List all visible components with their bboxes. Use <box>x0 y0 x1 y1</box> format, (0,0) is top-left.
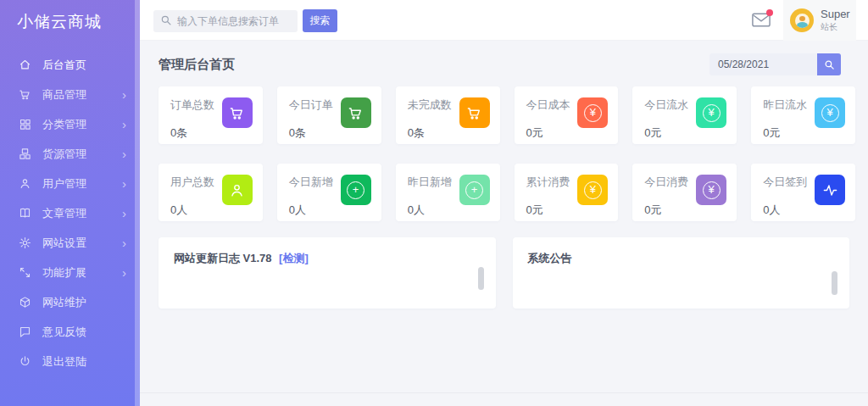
sidebar-item-logout[interactable]: 退出登陆 <box>0 347 140 376</box>
sidebar-item-label: 网站设置 <box>42 236 86 251</box>
yen-icon: ¥ <box>696 97 726 128</box>
sidebar-item-label: 退出登陆 <box>42 354 86 370</box>
user-role: 站长 <box>821 21 850 33</box>
scrollbar-thumb[interactable] <box>478 267 484 290</box>
user-menu[interactable]: Super 站长 <box>783 0 856 41</box>
chevron-right-icon: › <box>122 147 126 160</box>
stat-card-spend-total: 累计消费 0元 ¥ <box>515 164 619 221</box>
notification-dot <box>766 9 773 16</box>
gear-icon <box>19 236 31 249</box>
sidebar-item-label: 功能扩展 <box>42 265 86 281</box>
order-search: 搜索 <box>153 9 337 32</box>
mail-icon[interactable] <box>752 13 771 27</box>
power-icon <box>19 355 31 368</box>
sidebar-item-supply[interactable]: 货源管理 › <box>0 139 140 169</box>
sidebar-item-label: 网站维护 <box>42 295 86 310</box>
avatar <box>790 8 814 32</box>
stat-card-orders-today: 今日订单 0条 <box>277 86 381 144</box>
sidebar-item-label: 商品管理 <box>42 87 86 103</box>
date-filter <box>709 53 841 75</box>
check-update-link[interactable]: [检测] <box>279 252 309 264</box>
grid-icon <box>19 118 31 131</box>
sidebar-item-label: 后台首页 <box>42 58 86 73</box>
bottom-panels: 网站更新日志 V1.78 [检测] 系统公告 <box>140 221 868 309</box>
stats-grid: 订单总数 0条 今日订单 0条 未完成数 0条 今日成本 0元 ¥ <box>140 85 868 221</box>
stat-card-cost-today: 今日成本 0元 ¥ <box>515 86 619 144</box>
stat-card-signin-today: 今日签到 0人 <box>751 164 855 221</box>
stat-card-revenue-yesterday: 昨日流水 0元 ¥ <box>751 86 855 144</box>
chevron-right-icon: › <box>122 207 126 220</box>
sidebar-item-feedback[interactable]: 意见反馈 <box>0 317 140 347</box>
plus-circle-icon: + <box>341 175 371 205</box>
sidebar-item-label: 文章管理 <box>42 206 86 221</box>
yen-icon: ¥ <box>696 175 726 205</box>
cart-icon <box>222 97 253 128</box>
sidebar-item-label: 意见反馈 <box>42 325 86 340</box>
sidebar-item-articles[interactable]: 文章管理 › <box>0 198 140 228</box>
person-icon <box>222 175 253 205</box>
book-icon <box>19 207 31 220</box>
search-icon <box>824 59 835 70</box>
main-content: 管理后台首页 订单总数 0条 今日订单 0条 未完成数 <box>140 41 868 406</box>
announcement-title: 系统公告 <box>528 252 572 264</box>
announcement-panel: 系统公告 <box>513 237 850 309</box>
chevron-right-icon: › <box>122 118 126 131</box>
pulse-icon <box>815 175 845 205</box>
search-input[interactable] <box>153 10 298 32</box>
changelog-title: 网站更新日志 V1.78 <box>174 252 272 264</box>
sidebar-item-categories[interactable]: 分类管理 › <box>0 109 140 139</box>
date-input[interactable] <box>709 53 817 75</box>
chevron-right-icon: › <box>122 88 126 101</box>
sidebar-item-label: 用户管理 <box>42 176 86 192</box>
stat-card-orders-total: 订单总数 0条 <box>159 86 263 144</box>
user-name: Super <box>821 8 850 21</box>
expand-arrows-icon <box>19 266 31 279</box>
sidebar-item-extensions[interactable]: 功能扩展 › <box>0 258 140 287</box>
cube-icon <box>19 296 31 309</box>
stat-card-users-total: 用户总数 0人 <box>159 164 263 221</box>
cart-icon <box>19 88 31 101</box>
footer-divider <box>140 392 868 393</box>
scrollbar-thumb[interactable] <box>832 271 837 295</box>
plus-circle-icon: + <box>459 175 490 205</box>
page-title: 管理后台首页 <box>159 57 235 73</box>
search-icon <box>160 14 172 26</box>
stat-card-new-yesterday: 昨日新增 0人 + <box>396 164 500 221</box>
chevron-right-icon: › <box>122 177 126 190</box>
sidebar-item-label: 分类管理 <box>42 117 86 132</box>
sidebar-item-products[interactable]: 商品管理 › <box>0 80 140 109</box>
top-header: 搜索 Super 站长 <box>140 0 868 41</box>
stat-card-orders-unfinished: 未完成数 0条 <box>396 86 500 144</box>
app-title: 小储云商城 <box>0 0 140 33</box>
sidebar-item-maintenance[interactable]: 网站维护 <box>0 287 140 317</box>
chevron-right-icon: › <box>122 236 126 249</box>
search-button[interactable]: 搜索 <box>303 9 337 32</box>
sidebar-item-settings[interactable]: 网站设置 › <box>0 228 140 258</box>
page-title-row: 管理后台首页 <box>140 44 868 85</box>
cart-icon <box>459 97 490 128</box>
sidebar-item-dashboard[interactable]: 后台首页 <box>0 50 140 80</box>
comment-icon <box>19 325 31 338</box>
yen-icon: ¥ <box>815 97 845 128</box>
stat-card-spend-today: 今日消费 0元 ¥ <box>632 164 737 221</box>
yen-icon: ¥ <box>577 97 608 128</box>
stat-card-new-today: 今日新增 0人 + <box>277 164 381 221</box>
boxes-icon <box>19 147 31 160</box>
sidebar-item-users[interactable]: 用户管理 › <box>0 169 140 198</box>
yen-icon: ¥ <box>577 175 608 205</box>
user-icon <box>19 177 31 190</box>
sidebar-menu: 后台首页 商品管理 › 分类管理 › 货源管理 › 用户管理 › 文章管理 › <box>0 50 140 376</box>
changelog-panel: 网站更新日志 V1.78 [检测] <box>159 237 496 309</box>
user-info: Super 站长 <box>821 8 850 33</box>
date-search-button[interactable] <box>817 53 841 75</box>
stat-card-revenue-today: 今日流水 0元 ¥ <box>632 86 737 144</box>
home-icon <box>19 58 31 71</box>
cart-icon <box>341 97 371 128</box>
sidebar-item-label: 货源管理 <box>42 147 86 162</box>
chevron-right-icon: › <box>122 266 126 279</box>
sidebar: 小储云商城 后台首页 商品管理 › 分类管理 › 货源管理 › 用户管理 › <box>0 0 140 406</box>
